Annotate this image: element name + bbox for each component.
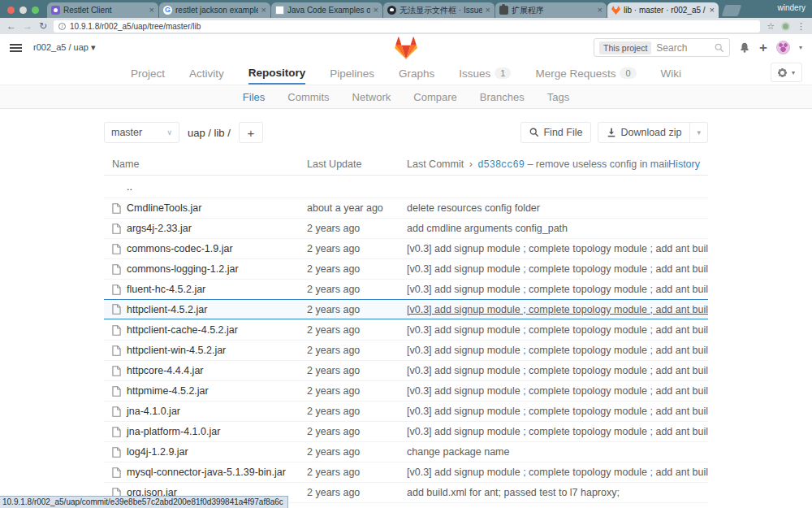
download-options-caret-button[interactable]: ▾ — [690, 122, 708, 143]
file-name-link[interactable]: httpclient-cache-4.5.2.jar — [127, 324, 238, 336]
file-row[interactable]: jna-platform-4.1.0.jar 2 years ago [v0.3… — [104, 421, 708, 441]
nav-item-merge-requests[interactable]: Merge Requests 0 — [535, 61, 636, 85]
file-name-link[interactable]: jna-platform-4.1.0.jar — [127, 426, 220, 437]
browser-tab[interactable]: Java Code Examples org.restl × — [271, 2, 382, 18]
browser-tab[interactable]: lib · master · r002_a5 / uap · × — [607, 2, 719, 18]
browser-tab[interactable]: 扩展程序 × — [495, 2, 607, 18]
file-row[interactable]: CmdlineTools.jar about a year ago delete… — [104, 198, 708, 218]
tab-close-icon[interactable]: × — [374, 6, 378, 15]
bookmark-star-icon[interactable]: ☆ — [767, 21, 775, 32]
file-name-link[interactable]: mysql-connector-java-5.1.39-bin.jar — [127, 467, 286, 478]
subnav-item-commits[interactable]: Commits — [287, 91, 329, 103]
subnav-item-compare[interactable]: Compare — [413, 91, 456, 103]
file-commit-message-link[interactable]: add build.xml for ant; passed test to l7… — [407, 487, 620, 498]
file-row[interactable]: .. — [104, 176, 708, 198]
file-commit-message-link[interactable]: [v0.3] add signup module ; complete topo… — [407, 263, 708, 275]
user-avatar[interactable] — [776, 41, 790, 54]
tab-close-icon[interactable]: × — [598, 6, 603, 15]
file-name-link[interactable]: httpmime-4.5.2.jar — [127, 385, 209, 397]
add-file-button[interactable]: + — [239, 122, 263, 143]
gitlab-logo[interactable] — [394, 37, 418, 60]
file-commit-message-link[interactable]: [v0.3] add signup module ; complete topo… — [407, 426, 708, 437]
browser-tab[interactable]: restlet jackson example - Goo × — [159, 2, 270, 18]
new-plus-icon[interactable]: + — [759, 41, 767, 54]
file-commit-message-link[interactable]: [v0.3] add signup module ; complete topo… — [407, 385, 708, 397]
file-commit-message-link[interactable]: [v0.3] add signup module ; complete topo… — [407, 365, 708, 376]
minimize-window-button[interactable] — [19, 7, 27, 14]
file-name-link[interactable]: commons-codec-1.9.jar — [127, 243, 233, 254]
url-input[interactable]: i 10.9.1.8/r002_a5/uap/tree/master/lib — [54, 20, 760, 33]
file-row[interactable]: httpclient-4.5.2.jar 2 years ago [v0.3] … — [104, 299, 708, 319]
file-row[interactable]: httpclient-cache-4.5.2.jar 2 years ago [… — [104, 319, 708, 340]
file-row[interactable]: commons-logging-1.2.jar 2 years ago [v0.… — [104, 258, 708, 279]
commit-sha-link[interactable]: d538cc69 — [477, 159, 525, 171]
nav-item-repository[interactable]: Repository — [248, 61, 306, 85]
nav-item-graphs[interactable]: Graphs — [399, 61, 434, 85]
file-commit-message-link[interactable]: [v0.3] add signup module ; complete topo… — [407, 304, 708, 315]
history-link[interactable]: History — [668, 158, 700, 170]
nav-item-pipelines[interactable]: Pipelines — [330, 61, 374, 85]
file-row[interactable]: jna-4.1.0.jar 2 years ago [v0.3] add sig… — [104, 401, 708, 421]
file-name-link[interactable]: .. — [127, 181, 132, 193]
file-row[interactable]: httpclient-win-4.5.2.jar 2 years ago [v0… — [104, 340, 708, 360]
notifications-bell-icon[interactable] — [739, 41, 750, 54]
breadcrumb-dir-link[interactable]: lib — [214, 127, 225, 139]
file-row[interactable]: httpcore-4.4.4.jar 2 years ago [v0.3] ad… — [104, 360, 708, 380]
close-window-button[interactable] — [7, 7, 15, 14]
tab-close-icon[interactable]: × — [261, 6, 266, 15]
file-name-link[interactable]: httpclient-4.5.2.jar — [127, 304, 207, 315]
profile-caret-icon[interactable]: ▾ — [799, 44, 802, 51]
file-commit-message-link[interactable]: [v0.3] add signup module ; complete topo… — [407, 406, 708, 417]
nav-item-wiki[interactable]: Wiki — [661, 61, 682, 85]
hamburger-menu-icon[interactable] — [10, 44, 22, 52]
browser-menu-icon[interactable]: ⋮ — [797, 21, 806, 32]
new-tab-button[interactable] — [722, 5, 742, 16]
file-commit-message-link[interactable]: delete resources config folder — [407, 202, 540, 214]
file-name-link[interactable]: httpclient-win-4.5.2.jar — [127, 345, 226, 356]
subnav-item-tags[interactable]: Tags — [547, 91, 569, 103]
breadcrumb-repo-link[interactable]: uap — [188, 127, 205, 139]
nav-item-activity[interactable]: Activity — [189, 61, 224, 85]
file-commit-message-link[interactable]: [v0.3] add signup module ; complete topo… — [407, 324, 708, 336]
search-input[interactable]: This project Search — [594, 38, 730, 57]
file-row[interactable]: commons-codec-1.9.jar 2 years ago [v0.3]… — [104, 238, 708, 258]
tab-close-icon[interactable]: × — [486, 6, 490, 15]
nav-item-project[interactable]: Project — [131, 61, 165, 85]
file-commit-message-link[interactable]: [v0.3] add signup module ; complete topo… — [407, 345, 708, 356]
page-info-icon[interactable]: i — [58, 23, 66, 30]
browser-profile-name[interactable]: windery — [778, 3, 806, 12]
file-commit-message-link[interactable]: [v0.3] add signup module ; complete topo… — [407, 467, 708, 478]
maximize-window-button[interactable] — [32, 7, 39, 14]
file-name-link[interactable]: httpcore-4.4.4.jar — [127, 365, 204, 376]
find-file-button[interactable]: Find File — [520, 122, 591, 143]
file-row[interactable]: httpmime-4.5.2.jar 2 years ago [v0.3] ad… — [104, 380, 708, 401]
file-name-link[interactable]: fluent-hc-4.5.2.jar — [127, 284, 205, 295]
file-name-link[interactable]: jna-4.1.0.jar — [127, 406, 180, 417]
subnav-item-branches[interactable]: Branches — [480, 91, 525, 103]
nav-item-issues[interactable]: Issues 1 — [459, 61, 511, 85]
browser-tab[interactable]: 无法显示文件框 · Issue #31 · F × — [383, 2, 495, 18]
file-commit-message-link[interactable]: add cmdline arguments config_path — [407, 223, 568, 234]
project-settings-button[interactable]: ▾ — [771, 63, 802, 82]
back-icon[interactable]: ← — [6, 21, 16, 31]
url-text[interactable]: 10.9.1.8/r002_a5/uap/tree/master/lib — [70, 22, 201, 31]
file-name-link[interactable]: args4j-2.33.jar — [127, 223, 192, 234]
forward-icon[interactable]: → — [23, 21, 32, 31]
file-name-link[interactable]: commons-logging-1.2.jar — [127, 263, 239, 275]
file-row[interactable]: log4j-1.2.9.jar 2 years ago change packa… — [104, 441, 708, 462]
header-project-title[interactable]: r002_a5 / uap ▾ — [33, 42, 95, 53]
file-name-link[interactable]: CmdlineTools.jar — [127, 202, 201, 214]
reload-icon[interactable]: ↻ — [39, 21, 47, 31]
tab-close-icon[interactable]: × — [710, 6, 715, 15]
branch-selector[interactable]: master ∨ — [104, 122, 179, 143]
file-row[interactable]: mysql-connector-java-5.1.39-bin.jar 2 ye… — [104, 462, 708, 482]
search-scope-chip[interactable]: This project — [599, 41, 651, 54]
file-commit-message-link[interactable]: [v0.3] add signup module ; complete topo… — [407, 243, 708, 254]
file-name-link[interactable]: log4j-1.2.9.jar — [127, 446, 188, 458]
file-commit-message-link[interactable]: change package name — [407, 446, 509, 458]
tab-close-icon[interactable]: × — [149, 6, 154, 15]
subnav-item-network[interactable]: Network — [352, 91, 391, 103]
subnav-item-files[interactable]: Files — [243, 91, 265, 103]
download-zip-button[interactable]: Download zip — [598, 122, 690, 143]
browser-tab[interactable]: Restlet Client × — [47, 2, 158, 18]
